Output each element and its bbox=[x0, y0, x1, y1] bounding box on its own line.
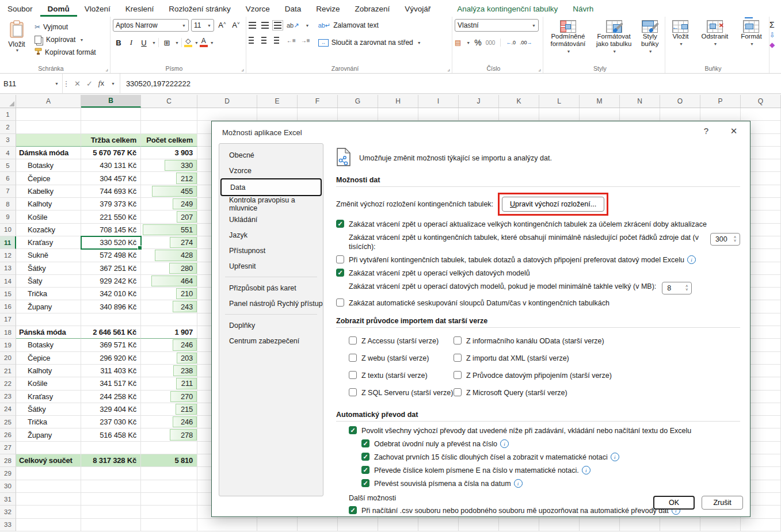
row-header-30[interactable]: 30 bbox=[0, 480, 16, 493]
format-painter-button[interactable]: Kopírovat formát bbox=[35, 46, 96, 59]
cell-P33[interactable] bbox=[700, 519, 741, 531]
column-header-F[interactable]: F bbox=[298, 95, 338, 108]
cell-B16[interactable]: 340 896 Kč bbox=[81, 300, 141, 313]
comma-style-button[interactable]: 000 bbox=[486, 40, 496, 46]
help-icon[interactable]: ? bbox=[699, 126, 713, 136]
cell-K1[interactable] bbox=[499, 108, 539, 121]
tab-kreslen-[interactable]: Kreslení bbox=[118, 2, 162, 17]
cell-C29[interactable] bbox=[141, 467, 197, 480]
formula-bar-resizer[interactable]: ⋮ bbox=[63, 74, 70, 93]
tab-dom-[interactable]: Domů bbox=[40, 2, 77, 17]
cell-A21[interactable]: Kalhoty bbox=[16, 365, 81, 377]
cell-A15[interactable]: Trička bbox=[16, 288, 81, 300]
chevron-down-icon[interactable]: ▼ bbox=[195, 41, 199, 45]
nav-item-data[interactable]: Data bbox=[220, 178, 322, 196]
cell-B20[interactable]: 296 920 Kč bbox=[81, 352, 141, 365]
cell-A29[interactable] bbox=[16, 467, 81, 480]
insert-function-button[interactable]: fx bbox=[98, 79, 104, 88]
chevron-down-icon[interactable]: ▼ bbox=[152, 41, 156, 45]
row-header-23[interactable]: 23 bbox=[0, 391, 16, 403]
nav-item-p-izp-sobit-p-s-karet[interactable]: Přizpůsobit pás karet bbox=[219, 280, 323, 296]
cell-B11[interactable]: 330 520 Kč bbox=[81, 236, 141, 249]
confirm-entry-icon[interactable]: ✓ bbox=[86, 79, 93, 88]
tab-anal-za-kontingen-n-tabulky[interactable]: Analýza kontingenční tabulky bbox=[449, 2, 565, 17]
row-header-13[interactable]: 13 bbox=[0, 262, 16, 275]
cell-C28[interactable]: 5 810 bbox=[141, 454, 197, 467]
cell-C4[interactable]: 3 903 bbox=[141, 147, 197, 159]
cell-D33[interactable] bbox=[197, 519, 257, 531]
cell-A18[interactable]: Pánská móda bbox=[16, 326, 81, 339]
paste-button[interactable]: Vložit ▼ bbox=[2, 20, 31, 59]
cell-B14[interactable]: 929 242 Kč bbox=[81, 275, 141, 288]
cell-C24[interactable]: 215 bbox=[141, 403, 197, 416]
data-option-0-checkbox[interactable]: ✓ bbox=[336, 220, 344, 228]
cell-B30[interactable] bbox=[81, 480, 141, 493]
autoconvert-parent-checkbox[interactable]: ✓ bbox=[349, 426, 357, 434]
row-header-14[interactable]: 14 bbox=[0, 275, 16, 288]
data-option-4-spinner[interactable]: 8˄˅ bbox=[662, 282, 692, 294]
chevron-down-icon[interactable]: ▼ bbox=[210, 41, 214, 45]
copy-button[interactable]: Kopírovat ▼ bbox=[35, 33, 96, 46]
row-header-1[interactable]: 1 bbox=[0, 108, 16, 121]
clear-icon[interactable]: ◆ bbox=[769, 41, 781, 49]
cell-H33[interactable] bbox=[378, 519, 418, 531]
row-header-2[interactable]: 2 bbox=[0, 121, 16, 133]
tab-vzorce[interactable]: Vzorce bbox=[238, 2, 277, 17]
row-header-15[interactable]: 15 bbox=[0, 288, 16, 300]
name-box[interactable]: B11 ▼ bbox=[0, 74, 63, 93]
cell-C31[interactable] bbox=[141, 493, 197, 506]
legacy-right-1-checkbox[interactable] bbox=[454, 354, 462, 362]
dialog-launcher-icon[interactable]: ⌟ bbox=[538, 66, 541, 72]
cell-B4[interactable]: 5 670 767 Kč bbox=[81, 147, 141, 159]
cell-A7[interactable]: Kabelky bbox=[16, 185, 81, 198]
cell-B17[interactable] bbox=[81, 313, 141, 326]
cell-G1[interactable] bbox=[338, 108, 378, 121]
legacy-right-3-checkbox[interactable] bbox=[454, 388, 462, 396]
format-as-table-button[interactable]: Formátovat jako tabulku ▼ bbox=[592, 19, 637, 56]
cell-B18[interactable]: 2 646 561 Kč bbox=[81, 326, 141, 339]
cell-A22[interactable]: Košile bbox=[16, 377, 81, 390]
cell-B33[interactable] bbox=[81, 519, 141, 531]
cell-A12[interactable]: Sukně bbox=[16, 249, 81, 262]
info-icon[interactable]: i bbox=[582, 466, 590, 474]
cell-B15[interactable]: 342 010 Kč bbox=[81, 288, 141, 300]
align-middle-icon[interactable] bbox=[261, 22, 269, 29]
tab-rozlo-en-str-nky[interactable]: Rozložení stránky bbox=[161, 2, 238, 17]
spinner-arrows[interactable]: ˄˅ bbox=[730, 236, 740, 243]
font-color-button[interactable]: A bbox=[200, 38, 208, 47]
tab-zobrazen-[interactable]: Zobrazení bbox=[347, 2, 397, 17]
cell-O33[interactable] bbox=[660, 519, 700, 531]
cell-A20[interactable]: Čepice bbox=[16, 352, 81, 365]
cell-B23[interactable]: 244 258 Kč bbox=[81, 391, 141, 403]
column-header-C[interactable]: C bbox=[141, 95, 197, 108]
cell-A3[interactable] bbox=[16, 134, 81, 147]
cell-C18[interactable]: 1 907 bbox=[141, 326, 197, 339]
cell-B10[interactable]: 708 145 Kč bbox=[81, 224, 141, 236]
dialog-launcher-icon[interactable]: ⌟ bbox=[447, 66, 450, 72]
column-header-A[interactable]: A bbox=[16, 95, 81, 108]
row-header-7[interactable]: 7 bbox=[0, 185, 16, 198]
row-header-31[interactable]: 31 bbox=[0, 493, 16, 506]
row-header-12[interactable]: 12 bbox=[0, 249, 16, 262]
tab-v-voj-[interactable]: Vývojář bbox=[397, 2, 438, 17]
cell-L1[interactable] bbox=[539, 108, 580, 121]
cell-C32[interactable] bbox=[141, 506, 197, 518]
cell-C2[interactable] bbox=[141, 121, 197, 133]
cell-C7[interactable]: 455 bbox=[141, 185, 197, 198]
cell-C9[interactable]: 207 bbox=[141, 210, 197, 223]
decrease-decimal-button[interactable]: .00→ bbox=[520, 40, 532, 45]
nav-item-up-esnit[interactable]: Upřesnit bbox=[219, 258, 323, 274]
cell-B22[interactable]: 341 517 Kč bbox=[81, 377, 141, 390]
percent-style-button[interactable]: % bbox=[474, 38, 481, 47]
select-all-corner[interactable] bbox=[0, 95, 16, 108]
cell-C14[interactable]: 464 bbox=[141, 275, 197, 288]
cell-E1[interactable] bbox=[257, 108, 298, 121]
row-header-32[interactable]: 32 bbox=[0, 506, 16, 518]
cell-A31[interactable] bbox=[16, 493, 81, 506]
column-header-O[interactable]: O bbox=[660, 95, 700, 108]
row-header-6[interactable]: 6 bbox=[0, 172, 16, 185]
autoconvert-child-3-checkbox[interactable]: ✓ bbox=[361, 479, 369, 487]
cell-B29[interactable] bbox=[81, 467, 141, 480]
cell-A2[interactable] bbox=[16, 121, 81, 133]
cancel-entry-icon[interactable]: ✕ bbox=[74, 79, 81, 88]
